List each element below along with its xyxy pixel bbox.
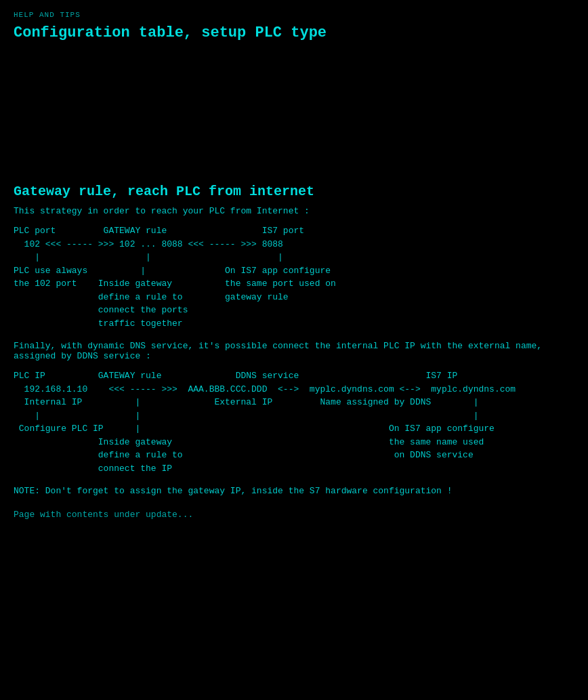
note-text: NOTE: Don't forget to assign the gateway… [14,486,574,496]
diagram1: PLC port GATEWAY rule IS7 port 102 <<< -… [14,224,574,330]
strategy-text: This strategy in order to reach your PLC… [14,206,574,216]
help-tips-label: HELP AND TIPS [14,11,574,19]
diagram2: PLC IP GATEWAY rule DDNS service IS7 IP … [14,369,574,475]
update-text: Page with contents under update... [14,510,574,520]
ddns-description: Finally, with dynamic DNS service, it's … [14,341,574,361]
main-title: Configuration table, setup PLC type [14,24,574,41]
section1-title: Gateway rule, reach PLC from internet [14,184,574,199]
